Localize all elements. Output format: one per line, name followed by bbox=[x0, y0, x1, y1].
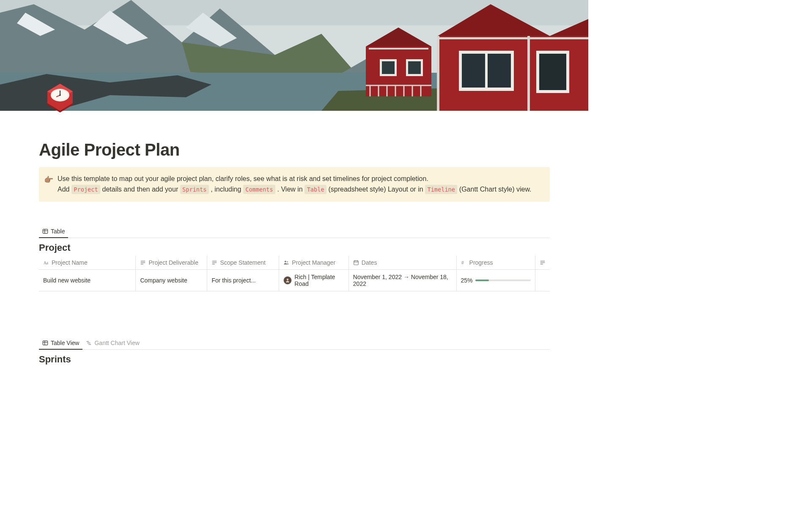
code-project: Project bbox=[71, 185, 100, 194]
calendar-icon bbox=[353, 260, 359, 266]
number-icon: # bbox=[461, 260, 467, 266]
cell-dates[interactable]: November 1, 2022 → November 18, 2022 bbox=[349, 270, 457, 291]
cell-extra[interactable] bbox=[535, 270, 550, 291]
th-project-manager[interactable]: Project Manager bbox=[279, 256, 348, 269]
tab-label: Table bbox=[51, 228, 65, 235]
code-comments: Comments bbox=[243, 185, 275, 194]
page-title[interactable]: Agile Project Plan bbox=[39, 111, 550, 159]
tab-sprints-gantt-view[interactable]: Gantt Chart View bbox=[82, 337, 143, 349]
th-progress[interactable]: # Progress bbox=[457, 256, 535, 269]
sprints-db-title[interactable]: Sprints bbox=[39, 354, 550, 365]
svg-rect-31 bbox=[462, 54, 485, 88]
title-icon: Aa bbox=[43, 260, 49, 266]
cell-project-manager[interactable]: Rich | Template Road bbox=[279, 270, 348, 291]
timeline-icon bbox=[86, 340, 92, 346]
progress-label: 25% bbox=[461, 277, 473, 284]
pointing-hand-icon: 👉🏽 bbox=[44, 174, 53, 195]
page-icon-clock[interactable] bbox=[39, 79, 76, 118]
th-dates[interactable]: Dates bbox=[349, 256, 457, 269]
svg-rect-71 bbox=[89, 344, 91, 345]
svg-rect-66 bbox=[43, 341, 47, 345]
svg-rect-34 bbox=[539, 54, 566, 90]
callout-box[interactable]: 👉🏽 Use this template to map out your agi… bbox=[39, 167, 550, 202]
svg-text:#: # bbox=[461, 260, 464, 265]
project-table-row[interactable]: Build new website Company website For th… bbox=[39, 270, 550, 291]
table-icon bbox=[42, 228, 48, 234]
cell-project-name[interactable]: Build new website bbox=[39, 270, 136, 291]
svg-point-65 bbox=[287, 278, 289, 280]
code-sprints: Sprints bbox=[180, 185, 209, 194]
svg-rect-17 bbox=[408, 61, 421, 74]
project-view-tabs: Table bbox=[39, 225, 550, 238]
tab-project-table[interactable]: Table bbox=[39, 225, 68, 238]
project-table-header: Aa Project Name Project Deliverable Scop… bbox=[39, 256, 550, 270]
cell-project-deliverable[interactable]: Company website bbox=[136, 270, 207, 291]
code-table: Table bbox=[304, 185, 326, 194]
person-icon bbox=[283, 260, 289, 266]
th-extra-text[interactable] bbox=[535, 256, 550, 269]
text-icon bbox=[540, 260, 546, 266]
th-scope-statement[interactable]: Scope Statement bbox=[207, 256, 279, 269]
progress-bar bbox=[475, 280, 531, 281]
svg-text:Aa: Aa bbox=[44, 260, 49, 265]
sprints-view-tabs: Table View Gantt Chart View bbox=[39, 337, 550, 350]
tab-label: Table View bbox=[51, 340, 79, 346]
svg-rect-35 bbox=[437, 36, 439, 111]
svg-rect-70 bbox=[88, 343, 91, 343]
project-db-title[interactable]: Project bbox=[39, 242, 550, 253]
tab-sprints-table-view[interactable]: Table View bbox=[39, 337, 82, 349]
cover-image bbox=[0, 0, 588, 111]
code-timeline: Timeline bbox=[425, 185, 457, 194]
svg-point-55 bbox=[285, 260, 286, 262]
svg-rect-45 bbox=[43, 229, 47, 233]
svg-rect-57 bbox=[354, 260, 359, 265]
th-project-deliverable[interactable]: Project Deliverable bbox=[136, 256, 207, 269]
text-icon bbox=[211, 260, 217, 266]
svg-rect-29 bbox=[439, 37, 588, 39]
svg-rect-13 bbox=[369, 48, 428, 49]
svg-rect-36 bbox=[527, 36, 530, 111]
table-icon bbox=[42, 340, 48, 346]
th-project-name[interactable]: Aa Project Name bbox=[39, 256, 136, 269]
callout-text: Use this template to map out your agile … bbox=[58, 174, 532, 195]
tab-label: Gantt Chart View bbox=[94, 340, 139, 346]
cell-progress[interactable]: 25% bbox=[457, 270, 535, 291]
text-icon bbox=[140, 260, 146, 266]
svg-point-56 bbox=[287, 261, 288, 262]
svg-rect-69 bbox=[87, 341, 89, 342]
svg-rect-15 bbox=[382, 61, 395, 74]
svg-point-44 bbox=[59, 94, 61, 96]
cell-scope-statement[interactable]: For this project... bbox=[207, 270, 279, 291]
svg-rect-32 bbox=[488, 54, 511, 88]
avatar bbox=[283, 276, 292, 285]
